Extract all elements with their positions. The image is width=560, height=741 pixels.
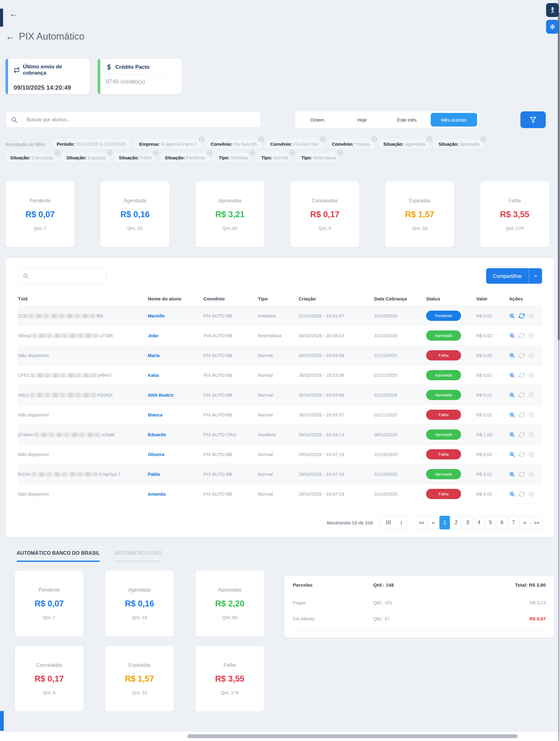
retry-icon[interactable]: [518, 471, 525, 477]
student-link[interactable]: Amanda: [148, 492, 204, 496]
page-button[interactable]: «: [428, 516, 438, 529]
accessibility-button[interactable]: [546, 3, 559, 17]
student-link[interactable]: Marielle: [148, 314, 204, 318]
bank-tab[interactable]: AUTOMÁTICO BANCO DO BRASIL: [9, 550, 107, 562]
student-search: [6, 112, 261, 128]
date-filter-button[interactable]: Ontem: [295, 111, 340, 128]
share-menu-toggle[interactable]: [529, 273, 542, 278]
inspect-icon[interactable]: [509, 313, 515, 319]
remove-chip-icon[interactable]: ×: [107, 150, 112, 156]
back-arrow-icon[interactable]: ←: [6, 31, 15, 42]
remove-chip-icon[interactable]: ×: [290, 150, 295, 156]
cobranca-cell: 31/10/2025: [374, 313, 426, 318]
page-button[interactable]: 1: [439, 516, 450, 529]
remove-chip-icon[interactable]: ×: [153, 150, 158, 156]
remove-chip-icon[interactable]: ×: [250, 150, 255, 156]
inspect-icon[interactable]: [509, 471, 515, 477]
search-input[interactable]: [26, 117, 256, 123]
bank-card-qty: Qnt.:178: [221, 690, 239, 695]
page-button[interactable]: 4: [474, 516, 484, 529]
criacao-cell: 30/10/2025 - 20:53:08: [299, 392, 374, 398]
remove-chip-icon[interactable]: ×: [258, 137, 264, 142]
inspect-icon[interactable]: [509, 352, 515, 358]
remove-chip-icon[interactable]: ×: [372, 137, 377, 142]
cancel-icon[interactable]: [528, 372, 534, 379]
page-button[interactable]: »: [519, 516, 530, 529]
status-card-qty: Qnt.:82: [222, 225, 237, 231]
page-button[interactable]: »»: [531, 516, 542, 529]
back-icon[interactable]: ←: [9, 9, 18, 19]
inspect-icon[interactable]: [509, 491, 515, 497]
filter-chip: Situação: Agendada×: [379, 139, 430, 149]
bank-card-qty: Qnt.:33: [132, 690, 147, 695]
pagination-summary: Mostrando 10 de 319: [327, 520, 373, 525]
page-button[interactable]: 2: [451, 516, 461, 529]
page-button[interactable]: 6: [497, 516, 507, 529]
remove-chip-icon[interactable]: ×: [207, 150, 212, 156]
cancel-icon[interactable]: [528, 471, 534, 477]
date-filter-button[interactable]: Este mês: [384, 111, 429, 128]
horizontal-scrollbar-thumb[interactable]: [187, 734, 517, 738]
page-button[interactable]: 5: [485, 516, 496, 529]
retry-icon[interactable]: [518, 313, 525, 319]
remove-chip-icon[interactable]: ×: [481, 137, 486, 142]
date-filter-button[interactable]: Mês anterior: [431, 113, 477, 127]
bank-tab[interactable]: AUTOMÁTICO ITAÚ: [107, 550, 169, 562]
cancel-icon[interactable]: [528, 313, 534, 319]
retry-icon[interactable]: [518, 333, 525, 339]
horizontal-scrollbar[interactable]: [0, 732, 560, 741]
student-link[interactable]: ANA Beatriz: [148, 393, 204, 398]
student-link[interactable]: Maria: [148, 353, 204, 358]
student-link[interactable]: Katia: [148, 373, 204, 378]
page-button[interactable]: 7: [508, 516, 518, 529]
cancel-icon[interactable]: [528, 333, 534, 339]
cancel-icon[interactable]: [528, 412, 534, 418]
page-button[interactable]: 3: [462, 516, 473, 529]
inspect-icon[interactable]: [509, 372, 515, 379]
retry-icon[interactable]: [518, 452, 525, 458]
retry-icon[interactable]: [518, 352, 525, 358]
remove-chip-icon[interactable]: ×: [337, 150, 343, 156]
page-button[interactable]: ««: [416, 516, 427, 529]
accessibility-person-icon: [549, 7, 556, 14]
cancel-icon[interactable]: [528, 452, 534, 458]
convenio-cell: PIX AUTO BB: [204, 313, 258, 318]
remove-chip-icon[interactable]: ×: [199, 137, 204, 142]
student-link[interactable]: Eduardo: [148, 432, 204, 437]
date-filter-button[interactable]: Hoje: [340, 111, 385, 128]
page-size-select[interactable]: 10 ▲▼: [381, 516, 407, 529]
retry-icon[interactable]: [518, 372, 525, 379]
last-billing-card: Último envio de cobrança 09/10/2025 14:2…: [6, 59, 90, 94]
valor-cell: R$ 0,01: [476, 313, 509, 318]
vertical-scrollbar-thumb[interactable]: [558, 12, 560, 340]
cancel-icon[interactable]: [528, 392, 534, 398]
remove-chip-icon[interactable]: ×: [55, 150, 60, 156]
inspect-icon[interactable]: [509, 452, 515, 458]
inspect-icon[interactable]: [509, 333, 515, 339]
inspect-icon[interactable]: [509, 412, 515, 418]
retry-icon[interactable]: [518, 392, 525, 398]
cancel-icon[interactable]: [528, 352, 534, 358]
student-link[interactable]: Bianca: [148, 412, 204, 417]
retry-icon[interactable]: [518, 431, 525, 438]
filter-button[interactable]: [521, 111, 546, 128]
chip-value: Agendada: [405, 142, 425, 147]
student-link[interactable]: Pablo: [148, 472, 204, 477]
remove-chip-icon[interactable]: ×: [320, 137, 325, 142]
assistant-button[interactable]: ✻: [546, 20, 559, 34]
cancel-icon[interactable]: [528, 491, 534, 497]
retry-icon[interactable]: [518, 412, 525, 418]
inspect-icon[interactable]: [509, 431, 515, 438]
retry-icon[interactable]: [518, 491, 525, 497]
remove-chip-icon[interactable]: ×: [427, 137, 432, 142]
cancel-icon[interactable]: [528, 431, 534, 438]
table-search[interactable]: [18, 268, 106, 284]
share-button[interactable]: Compartilhar: [486, 268, 542, 284]
student-link[interactable]: João: [148, 333, 204, 338]
redacted-txid: [34, 432, 100, 437]
column-header: TxId: [18, 296, 148, 301]
search-icon: [22, 273, 29, 279]
inspect-icon[interactable]: [509, 392, 515, 398]
student-link[interactable]: Oliveira: [148, 452, 204, 457]
spinner-arrows-icon: ▲▼: [400, 520, 403, 525]
